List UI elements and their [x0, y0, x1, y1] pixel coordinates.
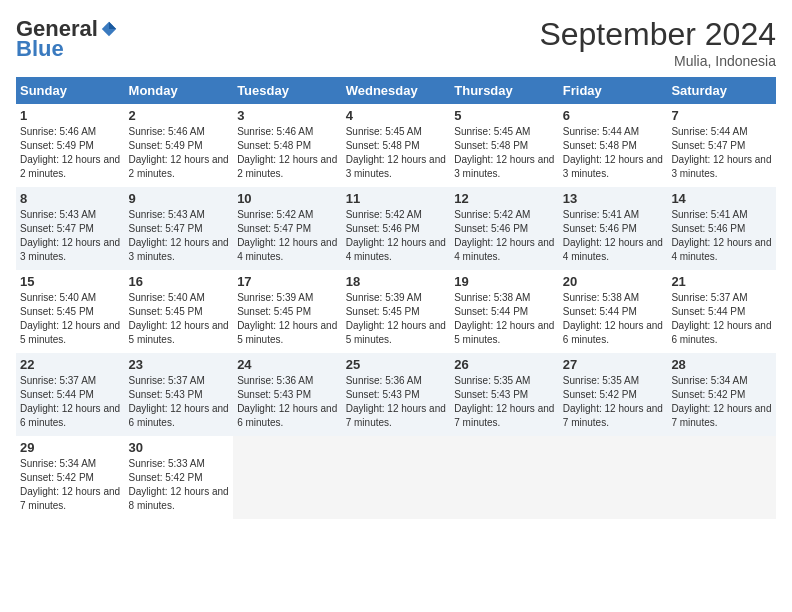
location-subtitle: Mulia, Indonesia: [539, 53, 776, 69]
calendar-cell: 25 Sunrise: 5:36 AMSunset: 5:43 PMDaylig…: [342, 353, 451, 436]
day-number: 14: [671, 191, 772, 206]
day-detail: Sunrise: 5:41 AMSunset: 5:46 PMDaylight:…: [671, 209, 771, 262]
calendar-cell: [450, 436, 559, 519]
day-number: 17: [237, 274, 338, 289]
calendar-cell: 6 Sunrise: 5:44 AMSunset: 5:48 PMDayligh…: [559, 104, 668, 187]
calendar-cell: 14 Sunrise: 5:41 AMSunset: 5:46 PMDaylig…: [667, 187, 776, 270]
day-detail: Sunrise: 5:37 AMSunset: 5:44 PMDaylight:…: [20, 375, 120, 428]
calendar-week-row: 1 Sunrise: 5:46 AMSunset: 5:49 PMDayligh…: [16, 104, 776, 187]
day-detail: Sunrise: 5:38 AMSunset: 5:44 PMDaylight:…: [563, 292, 663, 345]
calendar-week-row: 15 Sunrise: 5:40 AMSunset: 5:45 PMDaylig…: [16, 270, 776, 353]
day-number: 20: [563, 274, 664, 289]
day-detail: Sunrise: 5:35 AMSunset: 5:43 PMDaylight:…: [454, 375, 554, 428]
day-number: 10: [237, 191, 338, 206]
day-number: 15: [20, 274, 121, 289]
logo: General Blue: [16, 16, 118, 62]
day-detail: Sunrise: 5:45 AMSunset: 5:48 PMDaylight:…: [454, 126, 554, 179]
calendar-week-row: 8 Sunrise: 5:43 AMSunset: 5:47 PMDayligh…: [16, 187, 776, 270]
calendar-header-row: SundayMondayTuesdayWednesdayThursdayFrid…: [16, 77, 776, 104]
day-of-week-header: Thursday: [450, 77, 559, 104]
calendar-cell: 16 Sunrise: 5:40 AMSunset: 5:45 PMDaylig…: [125, 270, 234, 353]
calendar-cell: 29 Sunrise: 5:34 AMSunset: 5:42 PMDaylig…: [16, 436, 125, 519]
day-detail: Sunrise: 5:40 AMSunset: 5:45 PMDaylight:…: [129, 292, 229, 345]
calendar-cell: 10 Sunrise: 5:42 AMSunset: 5:47 PMDaylig…: [233, 187, 342, 270]
day-detail: Sunrise: 5:44 AMSunset: 5:47 PMDaylight:…: [671, 126, 771, 179]
day-detail: Sunrise: 5:36 AMSunset: 5:43 PMDaylight:…: [346, 375, 446, 428]
calendar-cell: 11 Sunrise: 5:42 AMSunset: 5:46 PMDaylig…: [342, 187, 451, 270]
day-number: 4: [346, 108, 447, 123]
calendar-cell: 21 Sunrise: 5:37 AMSunset: 5:44 PMDaylig…: [667, 270, 776, 353]
day-detail: Sunrise: 5:46 AMSunset: 5:48 PMDaylight:…: [237, 126, 337, 179]
day-number: 12: [454, 191, 555, 206]
day-number: 11: [346, 191, 447, 206]
day-number: 19: [454, 274, 555, 289]
calendar-cell: 2 Sunrise: 5:46 AMSunset: 5:49 PMDayligh…: [125, 104, 234, 187]
day-detail: Sunrise: 5:39 AMSunset: 5:45 PMDaylight:…: [237, 292, 337, 345]
day-number: 8: [20, 191, 121, 206]
day-number: 9: [129, 191, 230, 206]
day-detail: Sunrise: 5:44 AMSunset: 5:48 PMDaylight:…: [563, 126, 663, 179]
calendar-cell: 18 Sunrise: 5:39 AMSunset: 5:45 PMDaylig…: [342, 270, 451, 353]
day-detail: Sunrise: 5:42 AMSunset: 5:47 PMDaylight:…: [237, 209, 337, 262]
day-number: 1: [20, 108, 121, 123]
day-number: 13: [563, 191, 664, 206]
calendar-cell: [559, 436, 668, 519]
day-of-week-header: Saturday: [667, 77, 776, 104]
logo-icon: [100, 20, 118, 38]
day-of-week-header: Tuesday: [233, 77, 342, 104]
day-detail: Sunrise: 5:34 AMSunset: 5:42 PMDaylight:…: [671, 375, 771, 428]
day-detail: Sunrise: 5:40 AMSunset: 5:45 PMDaylight:…: [20, 292, 120, 345]
day-detail: Sunrise: 5:34 AMSunset: 5:42 PMDaylight:…: [20, 458, 120, 511]
day-of-week-header: Sunday: [16, 77, 125, 104]
day-number: 16: [129, 274, 230, 289]
day-number: 2: [129, 108, 230, 123]
page-header: General Blue September 2024 Mulia, Indon…: [16, 16, 776, 69]
day-detail: Sunrise: 5:46 AMSunset: 5:49 PMDaylight:…: [129, 126, 229, 179]
calendar-cell: 12 Sunrise: 5:42 AMSunset: 5:46 PMDaylig…: [450, 187, 559, 270]
calendar-cell: 23 Sunrise: 5:37 AMSunset: 5:43 PMDaylig…: [125, 353, 234, 436]
calendar-cell: 3 Sunrise: 5:46 AMSunset: 5:48 PMDayligh…: [233, 104, 342, 187]
day-detail: Sunrise: 5:37 AMSunset: 5:43 PMDaylight:…: [129, 375, 229, 428]
day-detail: Sunrise: 5:41 AMSunset: 5:46 PMDaylight:…: [563, 209, 663, 262]
day-detail: Sunrise: 5:46 AMSunset: 5:49 PMDaylight:…: [20, 126, 120, 179]
calendar-cell: 19 Sunrise: 5:38 AMSunset: 5:44 PMDaylig…: [450, 270, 559, 353]
day-number: 24: [237, 357, 338, 372]
calendar-cell: 4 Sunrise: 5:45 AMSunset: 5:48 PMDayligh…: [342, 104, 451, 187]
day-number: 21: [671, 274, 772, 289]
day-detail: Sunrise: 5:39 AMSunset: 5:45 PMDaylight:…: [346, 292, 446, 345]
day-detail: Sunrise: 5:36 AMSunset: 5:43 PMDaylight:…: [237, 375, 337, 428]
day-number: 23: [129, 357, 230, 372]
day-number: 6: [563, 108, 664, 123]
calendar-cell: 22 Sunrise: 5:37 AMSunset: 5:44 PMDaylig…: [16, 353, 125, 436]
calendar-cell: 5 Sunrise: 5:45 AMSunset: 5:48 PMDayligh…: [450, 104, 559, 187]
day-number: 18: [346, 274, 447, 289]
day-of-week-header: Wednesday: [342, 77, 451, 104]
day-detail: Sunrise: 5:38 AMSunset: 5:44 PMDaylight:…: [454, 292, 554, 345]
day-number: 28: [671, 357, 772, 372]
day-detail: Sunrise: 5:43 AMSunset: 5:47 PMDaylight:…: [129, 209, 229, 262]
calendar-week-row: 29 Sunrise: 5:34 AMSunset: 5:42 PMDaylig…: [16, 436, 776, 519]
calendar-cell: 15 Sunrise: 5:40 AMSunset: 5:45 PMDaylig…: [16, 270, 125, 353]
calendar-cell: 13 Sunrise: 5:41 AMSunset: 5:46 PMDaylig…: [559, 187, 668, 270]
title-area: September 2024 Mulia, Indonesia: [539, 16, 776, 69]
calendar-cell: 17 Sunrise: 5:39 AMSunset: 5:45 PMDaylig…: [233, 270, 342, 353]
day-number: 27: [563, 357, 664, 372]
calendar-cell: 27 Sunrise: 5:35 AMSunset: 5:42 PMDaylig…: [559, 353, 668, 436]
day-detail: Sunrise: 5:33 AMSunset: 5:42 PMDaylight:…: [129, 458, 229, 511]
day-number: 7: [671, 108, 772, 123]
day-of-week-header: Monday: [125, 77, 234, 104]
calendar-cell: [667, 436, 776, 519]
calendar-week-row: 22 Sunrise: 5:37 AMSunset: 5:44 PMDaylig…: [16, 353, 776, 436]
calendar-cell: 28 Sunrise: 5:34 AMSunset: 5:42 PMDaylig…: [667, 353, 776, 436]
calendar-cell: 9 Sunrise: 5:43 AMSunset: 5:47 PMDayligh…: [125, 187, 234, 270]
svg-marker-1: [109, 22, 116, 29]
calendar-cell: 26 Sunrise: 5:35 AMSunset: 5:43 PMDaylig…: [450, 353, 559, 436]
calendar-cell: [233, 436, 342, 519]
logo-blue-text: Blue: [16, 36, 64, 62]
calendar-cell: 30 Sunrise: 5:33 AMSunset: 5:42 PMDaylig…: [125, 436, 234, 519]
calendar-cell: 1 Sunrise: 5:46 AMSunset: 5:49 PMDayligh…: [16, 104, 125, 187]
day-number: 3: [237, 108, 338, 123]
day-number: 29: [20, 440, 121, 455]
day-detail: Sunrise: 5:43 AMSunset: 5:47 PMDaylight:…: [20, 209, 120, 262]
day-detail: Sunrise: 5:37 AMSunset: 5:44 PMDaylight:…: [671, 292, 771, 345]
